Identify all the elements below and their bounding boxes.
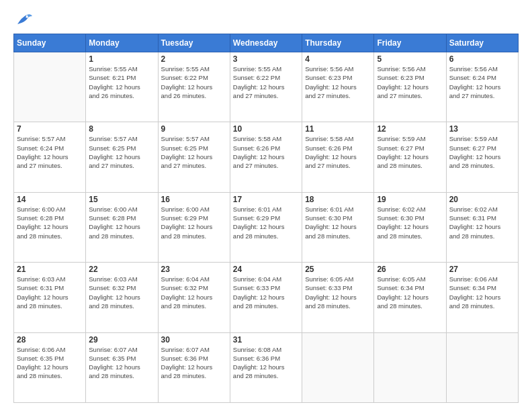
day-header-friday: Friday xyxy=(374,34,446,52)
day-number: 28 xyxy=(17,335,83,345)
calendar-week-row: 1Sunrise: 5:55 AM Sunset: 6:21 PM Daylig… xyxy=(14,52,519,122)
day-number: 21 xyxy=(17,265,83,274)
calendar-day-cell: 29Sunrise: 6:07 AM Sunset: 6:35 PM Dayli… xyxy=(86,332,158,402)
day-number: 3 xyxy=(233,54,299,64)
day-number: 30 xyxy=(161,335,227,345)
day-number: 5 xyxy=(377,54,443,64)
day-header-sunday: Sunday xyxy=(14,34,86,52)
calendar-day-cell: 20Sunrise: 6:02 AM Sunset: 6:31 PM Dayli… xyxy=(446,192,518,262)
calendar-day-cell: 23Sunrise: 6:04 AM Sunset: 6:32 PM Dayli… xyxy=(158,263,230,332)
day-number: 9 xyxy=(161,124,227,134)
day-info: Sunrise: 6:02 AM Sunset: 6:30 PM Dayligh… xyxy=(377,205,443,240)
day-number: 15 xyxy=(89,195,154,204)
calendar-table: SundayMondayTuesdayWednesdayThursdayFrid… xyxy=(13,34,519,403)
day-number: 18 xyxy=(305,195,371,204)
day-info: Sunrise: 5:59 AM Sunset: 6:27 PM Dayligh… xyxy=(377,134,443,170)
day-number: 25 xyxy=(305,265,371,274)
day-header-wednesday: Wednesday xyxy=(230,34,302,52)
day-info: Sunrise: 6:00 AM Sunset: 6:29 PM Dayligh… xyxy=(161,205,227,240)
calendar-day-cell: 5Sunrise: 5:56 AM Sunset: 6:23 PM Daylig… xyxy=(374,52,446,122)
day-info: Sunrise: 5:55 AM Sunset: 6:22 PM Dayligh… xyxy=(233,64,299,100)
day-info: Sunrise: 6:04 AM Sunset: 6:33 PM Dayligh… xyxy=(233,275,299,310)
day-number: 10 xyxy=(233,124,299,134)
day-number: 7 xyxy=(17,124,83,134)
day-number: 17 xyxy=(233,195,299,204)
day-info: Sunrise: 5:55 AM Sunset: 6:21 PM Dayligh… xyxy=(89,64,154,100)
day-number: 12 xyxy=(377,124,443,134)
calendar-day-cell: 17Sunrise: 6:01 AM Sunset: 6:29 PM Dayli… xyxy=(230,192,302,262)
calendar-day-cell: 25Sunrise: 6:05 AM Sunset: 6:33 PM Dayli… xyxy=(302,263,374,332)
calendar-day-cell: 31Sunrise: 6:08 AM Sunset: 6:36 PM Dayli… xyxy=(230,332,302,402)
day-number: 23 xyxy=(161,265,227,274)
day-number: 14 xyxy=(17,195,83,204)
day-info: Sunrise: 6:05 AM Sunset: 6:33 PM Dayligh… xyxy=(305,275,371,310)
logo-bird-icon xyxy=(15,12,34,27)
day-number: 4 xyxy=(305,54,371,64)
day-info: Sunrise: 5:57 AM Sunset: 6:25 PM Dayligh… xyxy=(89,134,154,170)
day-info: Sunrise: 6:03 AM Sunset: 6:32 PM Dayligh… xyxy=(89,275,154,310)
header xyxy=(13,12,519,27)
day-info: Sunrise: 6:07 AM Sunset: 6:36 PM Dayligh… xyxy=(161,345,227,381)
calendar-day-cell: 28Sunrise: 6:06 AM Sunset: 6:35 PM Dayli… xyxy=(14,332,86,402)
calendar-day-cell: 9Sunrise: 5:57 AM Sunset: 6:25 PM Daylig… xyxy=(158,122,230,192)
day-info: Sunrise: 5:56 AM Sunset: 6:23 PM Dayligh… xyxy=(377,64,443,100)
calendar-day-cell: 8Sunrise: 5:57 AM Sunset: 6:25 PM Daylig… xyxy=(86,122,158,192)
day-number: 11 xyxy=(305,124,371,134)
day-info: Sunrise: 6:01 AM Sunset: 6:29 PM Dayligh… xyxy=(233,205,299,240)
day-info: Sunrise: 5:57 AM Sunset: 6:25 PM Dayligh… xyxy=(161,134,227,170)
day-number: 31 xyxy=(233,335,299,345)
day-info: Sunrise: 6:06 AM Sunset: 6:34 PM Dayligh… xyxy=(449,275,515,310)
day-info: Sunrise: 6:00 AM Sunset: 6:28 PM Dayligh… xyxy=(89,205,154,240)
calendar-day-cell: 18Sunrise: 6:01 AM Sunset: 6:30 PM Dayli… xyxy=(302,192,374,262)
day-info: Sunrise: 5:57 AM Sunset: 6:24 PM Dayligh… xyxy=(17,134,83,170)
calendar-day-cell xyxy=(14,52,86,122)
calendar-week-row: 7Sunrise: 5:57 AM Sunset: 6:24 PM Daylig… xyxy=(14,122,519,192)
calendar-day-cell: 1Sunrise: 5:55 AM Sunset: 6:21 PM Daylig… xyxy=(86,52,158,122)
day-header-tuesday: Tuesday xyxy=(158,34,230,52)
day-info: Sunrise: 5:55 AM Sunset: 6:22 PM Dayligh… xyxy=(161,64,227,100)
calendar-day-cell: 30Sunrise: 6:07 AM Sunset: 6:36 PM Dayli… xyxy=(158,332,230,402)
calendar-header-row: SundayMondayTuesdayWednesdayThursdayFrid… xyxy=(14,34,519,52)
calendar-day-cell xyxy=(374,332,446,402)
calendar-day-cell: 11Sunrise: 5:58 AM Sunset: 6:26 PM Dayli… xyxy=(302,122,374,192)
calendar-day-cell xyxy=(446,332,518,402)
calendar-week-row: 21Sunrise: 6:03 AM Sunset: 6:31 PM Dayli… xyxy=(14,263,519,332)
calendar-day-cell: 22Sunrise: 6:03 AM Sunset: 6:32 PM Dayli… xyxy=(86,263,158,332)
calendar-day-cell: 10Sunrise: 5:58 AM Sunset: 6:26 PM Dayli… xyxy=(230,122,302,192)
day-number: 19 xyxy=(377,195,443,204)
calendar-day-cell: 19Sunrise: 6:02 AM Sunset: 6:30 PM Dayli… xyxy=(374,192,446,262)
page: SundayMondayTuesdayWednesdayThursdayFrid… xyxy=(0,0,532,411)
day-info: Sunrise: 5:58 AM Sunset: 6:26 PM Dayligh… xyxy=(233,134,299,170)
day-info: Sunrise: 6:03 AM Sunset: 6:31 PM Dayligh… xyxy=(17,275,83,310)
day-number: 1 xyxy=(89,54,154,64)
calendar-day-cell: 6Sunrise: 5:56 AM Sunset: 6:24 PM Daylig… xyxy=(446,52,518,122)
calendar-day-cell: 3Sunrise: 5:55 AM Sunset: 6:22 PM Daylig… xyxy=(230,52,302,122)
day-info: Sunrise: 6:04 AM Sunset: 6:32 PM Dayligh… xyxy=(161,275,227,310)
calendar-day-cell: 12Sunrise: 5:59 AM Sunset: 6:27 PM Dayli… xyxy=(374,122,446,192)
calendar-week-row: 28Sunrise: 6:06 AM Sunset: 6:35 PM Dayli… xyxy=(14,332,519,402)
calendar-day-cell: 13Sunrise: 5:59 AM Sunset: 6:27 PM Dayli… xyxy=(446,122,518,192)
day-number: 2 xyxy=(161,54,227,64)
day-number: 13 xyxy=(449,124,515,134)
day-number: 24 xyxy=(233,265,299,274)
calendar-day-cell: 14Sunrise: 6:00 AM Sunset: 6:28 PM Dayli… xyxy=(14,192,86,262)
calendar-day-cell: 26Sunrise: 6:05 AM Sunset: 6:34 PM Dayli… xyxy=(374,263,446,332)
calendar-day-cell: 2Sunrise: 5:55 AM Sunset: 6:22 PM Daylig… xyxy=(158,52,230,122)
calendar-day-cell xyxy=(302,332,374,402)
day-header-monday: Monday xyxy=(86,34,158,52)
day-number: 27 xyxy=(449,265,515,274)
day-info: Sunrise: 6:01 AM Sunset: 6:30 PM Dayligh… xyxy=(305,205,371,240)
calendar-week-row: 14Sunrise: 6:00 AM Sunset: 6:28 PM Dayli… xyxy=(14,192,519,262)
day-info: Sunrise: 5:56 AM Sunset: 6:23 PM Dayligh… xyxy=(305,64,371,100)
calendar-day-cell: 15Sunrise: 6:00 AM Sunset: 6:28 PM Dayli… xyxy=(86,192,158,262)
calendar-body: 1Sunrise: 5:55 AM Sunset: 6:21 PM Daylig… xyxy=(14,52,519,403)
day-number: 29 xyxy=(89,335,154,345)
day-info: Sunrise: 6:05 AM Sunset: 6:34 PM Dayligh… xyxy=(377,275,443,310)
day-number: 8 xyxy=(89,124,154,134)
day-number: 26 xyxy=(377,265,443,274)
calendar-day-cell: 7Sunrise: 5:57 AM Sunset: 6:24 PM Daylig… xyxy=(14,122,86,192)
calendar-day-cell: 16Sunrise: 6:00 AM Sunset: 6:29 PM Dayli… xyxy=(158,192,230,262)
day-info: Sunrise: 5:59 AM Sunset: 6:27 PM Dayligh… xyxy=(449,134,515,170)
day-info: Sunrise: 5:58 AM Sunset: 6:26 PM Dayligh… xyxy=(305,134,371,170)
day-header-saturday: Saturday xyxy=(446,34,518,52)
